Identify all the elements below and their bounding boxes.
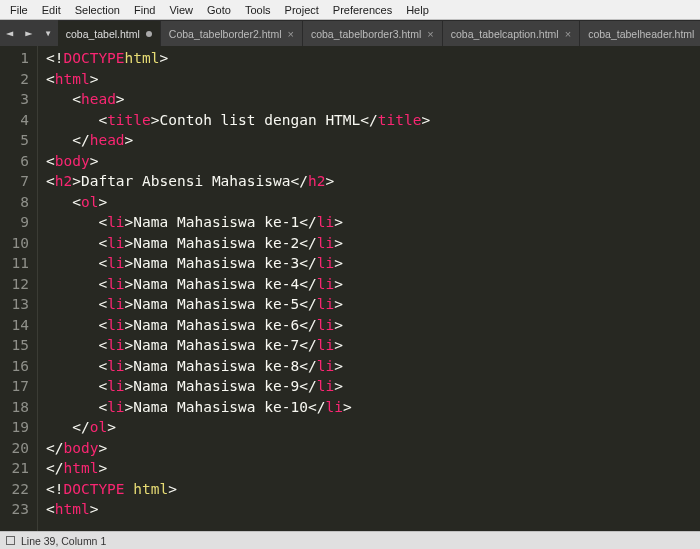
- menu-preferences[interactable]: Preferences: [327, 2, 398, 18]
- tab-label: coba_tabelborder3.html: [311, 28, 421, 40]
- line-number: 3: [6, 89, 29, 110]
- menu-file[interactable]: File: [4, 2, 34, 18]
- code-line[interactable]: <li>Nama Mahasiswa ke-6</li>: [46, 315, 430, 336]
- close-icon[interactable]: ×: [288, 28, 294, 40]
- menu-edit[interactable]: Edit: [36, 2, 67, 18]
- line-number: 17: [6, 376, 29, 397]
- code-line[interactable]: <h2>Daftar Absensi Mahasiswa</h2>: [46, 171, 430, 192]
- menubar: File Edit Selection Find View Goto Tools…: [0, 0, 700, 20]
- tab-coba-tabelborder3[interactable]: coba_tabelborder3.html ×: [303, 20, 443, 46]
- code-line[interactable]: </ol>: [46, 417, 430, 438]
- code-line[interactable]: <html>: [46, 69, 430, 90]
- line-number: 9: [6, 212, 29, 233]
- code-line[interactable]: <li>Nama Mahasiswa ke-7</li>: [46, 335, 430, 356]
- line-number: 23: [6, 499, 29, 520]
- nav-forward-icon[interactable]: ►: [19, 26, 38, 40]
- code-line[interactable]: <li>Nama Mahasiswa ke-8</li>: [46, 356, 430, 377]
- menu-view[interactable]: View: [163, 2, 199, 18]
- line-number: 19: [6, 417, 29, 438]
- line-number: 1: [6, 48, 29, 69]
- dirty-indicator-icon: [146, 31, 152, 37]
- code-line[interactable]: <body>: [46, 151, 430, 172]
- line-number: 14: [6, 315, 29, 336]
- nav-dropdown-icon[interactable]: ▾: [38, 26, 57, 40]
- code-line[interactable]: <li>Nama Mahasiswa ke-10</li>: [46, 397, 430, 418]
- menu-tools[interactable]: Tools: [239, 2, 277, 18]
- line-number: 22: [6, 479, 29, 500]
- statusbar: Line 39, Column 1: [0, 531, 700, 549]
- menu-goto[interactable]: Goto: [201, 2, 237, 18]
- close-icon[interactable]: ×: [565, 28, 571, 40]
- tab-label: coba_tabel.html: [66, 28, 140, 40]
- line-number: 11: [6, 253, 29, 274]
- code-line[interactable]: </body>: [46, 438, 430, 459]
- line-number: 15: [6, 335, 29, 356]
- code-area[interactable]: <!DOCTYPEhtml><html> <head> <title>Conto…: [38, 46, 430, 531]
- line-number: 21: [6, 458, 29, 479]
- editor[interactable]: 1234567891011121314151617181920212223 <!…: [0, 46, 700, 531]
- tab-coba-tabelheader[interactable]: coba_tabelheader.html ×: [580, 20, 700, 46]
- menu-project[interactable]: Project: [279, 2, 325, 18]
- tab-label: Coba_tabelborder2.html: [169, 28, 282, 40]
- line-gutter: 1234567891011121314151617181920212223: [0, 46, 38, 531]
- line-number: 20: [6, 438, 29, 459]
- menu-selection[interactable]: Selection: [69, 2, 126, 18]
- code-line[interactable]: <li>Nama Mahasiswa ke-3</li>: [46, 253, 430, 274]
- code-line[interactable]: <title>Contoh list dengan HTML</title>: [46, 110, 430, 131]
- code-line[interactable]: </head>: [46, 130, 430, 151]
- line-number: 2: [6, 69, 29, 90]
- tab-row: ◄ ► ▾ coba_tabel.html Coba_tabelborder2.…: [0, 20, 700, 46]
- menu-find[interactable]: Find: [128, 2, 161, 18]
- line-number: 4: [6, 110, 29, 131]
- code-line[interactable]: <!DOCTYPEhtml>: [46, 48, 430, 69]
- line-number: 8: [6, 192, 29, 213]
- code-line[interactable]: <li>Nama Mahasiswa ke-1</li>: [46, 212, 430, 233]
- line-number: 12: [6, 274, 29, 295]
- code-line[interactable]: <li>Nama Mahasiswa ke-9</li>: [46, 376, 430, 397]
- cursor-position: Line 39, Column 1: [21, 535, 106, 547]
- line-number: 6: [6, 151, 29, 172]
- tab-coba-tabel[interactable]: coba_tabel.html: [58, 20, 161, 46]
- code-line[interactable]: <ol>: [46, 192, 430, 213]
- tab-label: coba_tabelheader.html: [588, 28, 694, 40]
- code-line[interactable]: <!DOCTYPE html>: [46, 479, 430, 500]
- line-number: 5: [6, 130, 29, 151]
- code-line[interactable]: <li>Nama Mahasiswa ke-5</li>: [46, 294, 430, 315]
- panel-switch-icon[interactable]: [6, 536, 15, 545]
- nav-back-icon[interactable]: ◄: [0, 26, 19, 40]
- menu-help[interactable]: Help: [400, 2, 435, 18]
- tab-coba-tabelborder2[interactable]: Coba_tabelborder2.html ×: [161, 20, 303, 46]
- line-number: 13: [6, 294, 29, 315]
- line-number: 16: [6, 356, 29, 377]
- tab-coba-tabelcaption[interactable]: coba_tabelcaption.html ×: [443, 20, 580, 46]
- tab-label: coba_tabelcaption.html: [451, 28, 559, 40]
- code-line[interactable]: <head>: [46, 89, 430, 110]
- line-number: 10: [6, 233, 29, 254]
- line-number: 18: [6, 397, 29, 418]
- close-icon[interactable]: ×: [427, 28, 433, 40]
- code-line[interactable]: </html>: [46, 458, 430, 479]
- tabs-container: coba_tabel.html Coba_tabelborder2.html ×…: [58, 20, 700, 46]
- code-line[interactable]: <html>: [46, 499, 430, 520]
- code-line[interactable]: <li>Nama Mahasiswa ke-2</li>: [46, 233, 430, 254]
- line-number: 7: [6, 171, 29, 192]
- code-line[interactable]: <li>Nama Mahasiswa ke-4</li>: [46, 274, 430, 295]
